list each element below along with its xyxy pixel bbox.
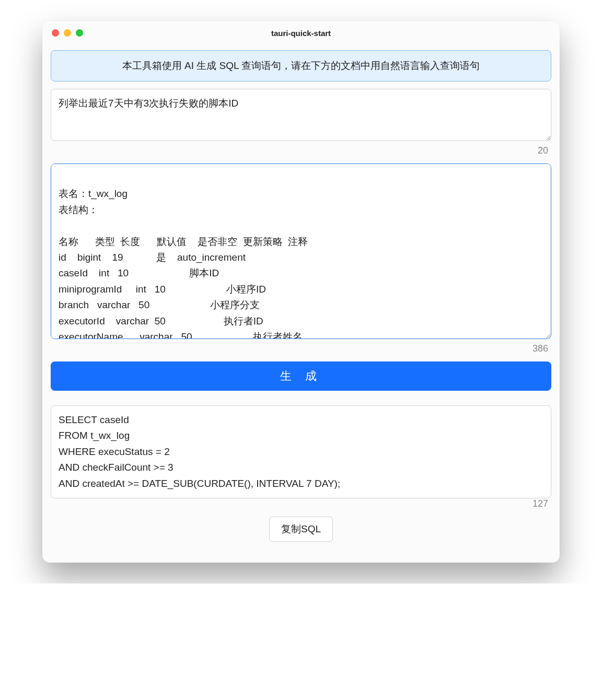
window-title: tauri-quick-start	[42, 29, 560, 38]
traffic-lights	[42, 29, 83, 37]
app-window: tauri-quick-start 本工具箱使用 AI 生成 SQL 查询语句，…	[42, 21, 560, 563]
copy-sql-button[interactable]: 复制SQL	[269, 517, 333, 542]
schema-input[interactable]	[51, 164, 551, 339]
query-input[interactable]	[51, 89, 551, 141]
query-input-wrap	[51, 89, 551, 143]
copy-row: 复制SQL	[51, 517, 551, 542]
close-icon[interactable]	[52, 29, 59, 37]
content-area: 本工具箱使用 AI 生成 SQL 查询语句，请在下方的文档中用自然语言输入查询语…	[42, 45, 560, 563]
schema-input-wrap	[51, 164, 551, 341]
minimize-icon[interactable]	[64, 29, 71, 37]
generate-button[interactable]: 生 成	[51, 361, 551, 391]
query-char-count: 20	[51, 145, 551, 156]
info-banner: 本工具箱使用 AI 生成 SQL 查询语句，请在下方的文档中用自然语言输入查询语…	[51, 50, 551, 81]
maximize-icon[interactable]	[76, 29, 83, 37]
schema-char-count: 386	[51, 343, 551, 354]
output-char-count: 127	[51, 498, 551, 509]
sql-output: SELECT caseId FROM t_wx_log WHERE execuS…	[51, 405, 551, 498]
info-banner-text: 本工具箱使用 AI 生成 SQL 查询语句，请在下方的文档中用自然语言输入查询语…	[122, 60, 480, 71]
titlebar: tauri-quick-start	[42, 21, 560, 45]
